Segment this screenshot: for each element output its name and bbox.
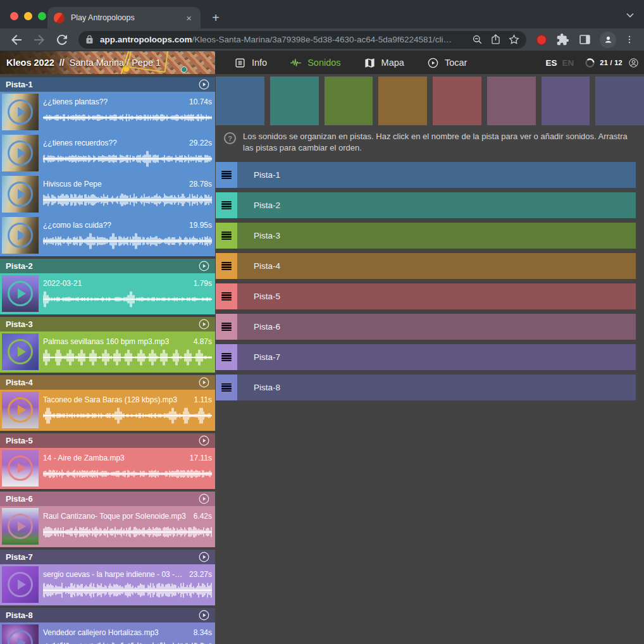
tab-close-icon[interactable]: × — [183, 12, 194, 24]
track-row-pista-7[interactable]: Pista-7 — [216, 344, 636, 370]
fullscreen-window-button[interactable] — [38, 12, 46, 20]
clip-thumbnail-play-button[interactable] — [2, 392, 39, 428]
nav-item-info[interactable]: Info — [225, 51, 276, 74]
track-row-body[interactable]: Pista-3 — [237, 223, 636, 249]
new-tab-button[interactable]: + — [207, 9, 225, 27]
track-row-pista-3[interactable]: Pista-3 — [216, 223, 636, 249]
sidebar-track-header[interactable]: Pista-7 — [0, 550, 215, 564]
track-row-pista-8[interactable]: Pista-8 — [216, 375, 636, 400]
clip-waveform[interactable] — [43, 192, 212, 208]
track-row-body[interactable]: Pista-7 — [237, 344, 636, 370]
minimize-window-button[interactable] — [24, 12, 32, 20]
sidebar-track-header[interactable]: Pista-3 — [0, 317, 215, 331]
drag-handle[interactable] — [216, 162, 237, 188]
tab-search-chevron-icon[interactable] — [624, 9, 636, 22]
track-row-body[interactable]: Pista-4 — [237, 253, 636, 279]
drag-handle[interactable] — [216, 314, 237, 340]
language-toggle-es[interactable]: ES — [543, 58, 559, 68]
track-row-body[interactable]: Pista-1 — [237, 162, 636, 188]
track-play-icon[interactable] — [199, 435, 209, 446]
clip-waveform[interactable] — [43, 524, 212, 540]
clip[interactable]: ¿¿tienes plantas??10.74s — [0, 92, 215, 133]
clip[interactable]: ¿¿tienes recuerdos??29.22s — [0, 133, 215, 174]
clip[interactable]: 2022-03-211.79s — [0, 273, 215, 314]
track-row-pista-4[interactable]: Pista-4 — [216, 253, 636, 279]
track-play-icon[interactable] — [199, 552, 209, 562]
breadcrumb-project[interactable]: Kleos 2022 — [6, 58, 54, 68]
clip-waveform[interactable] — [43, 582, 212, 598]
side-panel-icon[interactable] — [578, 33, 591, 46]
language-toggle-en[interactable]: EN — [559, 58, 576, 68]
sidebar-track-header[interactable]: Pista-4 — [0, 375, 215, 390]
clip[interactable]: Taconeo de Sara Baras (128 kbps).mp31.11… — [0, 390, 215, 431]
clip-thumbnail-play-button[interactable] — [2, 333, 39, 370]
track-row-body[interactable]: Pista-5 — [237, 283, 636, 309]
track-play-icon[interactable] — [199, 319, 209, 330]
clip-thumbnail-play-button[interactable] — [2, 94, 39, 130]
share-icon[interactable] — [490, 34, 502, 46]
track-row-pista-5[interactable]: Pista-5 — [216, 283, 636, 309]
clip-thumbnail-play-button[interactable] — [2, 508, 39, 545]
browser-tab[interactable]: Play Antropoloops × — [47, 7, 201, 28]
sidebar-track-header[interactable]: Pista-1 — [0, 77, 215, 92]
account-circle-icon[interactable] — [628, 58, 639, 68]
clip[interactable]: Hiviscus de Pepe28.78s — [0, 174, 215, 215]
clip-waveform[interactable] — [43, 349, 212, 366]
clip-waveform[interactable] — [43, 466, 212, 482]
track-row-body[interactable]: Pista-8 — [237, 375, 636, 400]
nav-item-mapa[interactable]: Mapa — [355, 51, 413, 74]
clip-waveform[interactable] — [43, 640, 212, 644]
clip-thumbnail-play-button[interactable] — [2, 566, 39, 603]
clip-thumbnail-play-button[interactable] — [2, 275, 39, 312]
clip[interactable]: Vendedor callejero Hortalizas.mp38.34s — [0, 622, 215, 644]
track-row-pista-6[interactable]: Pista-6 — [216, 314, 636, 340]
track-play-icon[interactable] — [199, 79, 209, 90]
clip-waveform[interactable] — [43, 291, 212, 307]
recording-extension-icon[interactable] — [536, 34, 547, 46]
clip[interactable]: sergio cuevas - la harpe indienne - 03 -… — [0, 564, 215, 605]
nav-item-sonidos[interactable]: Sonidos — [281, 51, 349, 74]
clip-thumbnail-play-button[interactable] — [2, 217, 39, 254]
drag-handle[interactable] — [216, 375, 237, 400]
forward-button[interactable] — [32, 32, 47, 47]
track-row-pista-2[interactable]: Pista-2 — [216, 192, 636, 218]
track-row-pista-1[interactable]: Pista-1 — [216, 162, 636, 188]
clip-waveform[interactable] — [43, 151, 212, 167]
sidebar-track-header[interactable]: Pista-5 — [0, 433, 215, 448]
back-button[interactable] — [9, 32, 24, 47]
clip-thumbnail-play-button[interactable] — [2, 624, 39, 644]
bookmark-star-icon[interactable] — [508, 34, 520, 46]
drag-handle[interactable] — [216, 192, 237, 218]
drag-handle[interactable] — [216, 344, 237, 370]
clip[interactable]: Raul Cantizano- Toque por Solenoide.mp36… — [0, 506, 215, 547]
track-play-icon[interactable] — [199, 493, 209, 504]
track-row-body[interactable]: Pista-2 — [237, 192, 636, 218]
drag-handle[interactable] — [216, 223, 237, 249]
clip-thumbnail-play-button[interactable] — [2, 176, 39, 213]
clip-waveform[interactable] — [43, 109, 212, 126]
track-play-icon[interactable] — [199, 377, 209, 388]
clip-waveform[interactable] — [43, 407, 212, 424]
sidebar-track-header[interactable]: Pista-6 — [0, 492, 215, 506]
zoom-out-icon[interactable] — [471, 34, 483, 46]
clip-thumbnail-play-button[interactable] — [2, 450, 39, 486]
track-row-body[interactable]: Pista-6 — [237, 314, 636, 340]
browser-menu-kebab-icon[interactable] — [624, 33, 635, 46]
clip[interactable]: 14 - Aire de Zamba.mp317.11s — [0, 448, 215, 489]
address-bar[interactable]: app.antropoloops.com/Kleos-Santa-Marina/… — [78, 31, 526, 49]
clip-waveform[interactable] — [43, 233, 212, 249]
clip[interactable]: ¿¿como las cuida??19.95s — [0, 215, 215, 256]
track-play-icon[interactable] — [199, 610, 209, 621]
nav-item-tocar[interactable]: Tocar — [418, 51, 476, 74]
close-window-button[interactable] — [10, 12, 18, 20]
drag-handle[interactable] — [216, 283, 237, 309]
clip[interactable]: Palmas sevillanas 160 bpm mp3.mp34.87s — [0, 331, 215, 373]
sidebar-track-header[interactable]: Pista-2 — [0, 259, 215, 273]
drag-handle[interactable] — [216, 253, 237, 279]
clip-thumbnail-play-button[interactable] — [2, 135, 39, 171]
reload-button[interactable] — [54, 32, 70, 47]
extensions-puzzle-icon[interactable] — [556, 33, 569, 46]
track-play-icon[interactable] — [199, 261, 209, 271]
browser-profile-avatar[interactable] — [600, 32, 616, 48]
sidebar-track-header[interactable]: Pista-8 — [0, 608, 215, 622]
